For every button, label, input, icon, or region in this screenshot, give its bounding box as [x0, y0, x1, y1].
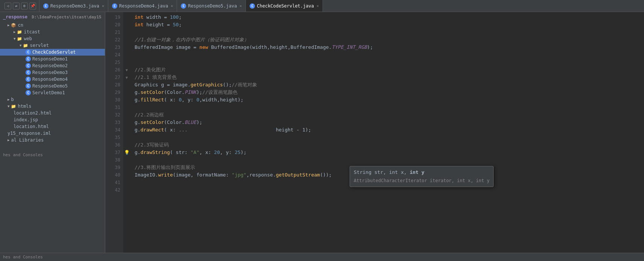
code-line-33: g. setColor (Color. BLUE ); — [135, 119, 644, 126]
item-label: y15_response.iml — [8, 131, 51, 136]
package-icon: 📦 — [11, 23, 16, 28]
lightbulb-icon[interactable]: 💡 — [124, 150, 130, 155]
project-name: _response — [3, 14, 27, 20]
line-num-37: 37 — [105, 149, 120, 156]
nav-split-icon[interactable]: ⇄ — [13, 3, 20, 9]
code-line-36: //2.3写验证码 — [135, 141, 644, 149]
item-label: web — [24, 36, 32, 41]
sidebar-item-responsedemo3[interactable]: C ResponseDemo3 — [0, 69, 105, 76]
line-num-35: 35 — [105, 134, 120, 141]
project-header: _response D:\IdeaProjects\itcast\day15 — [0, 12, 105, 22]
c-class-icon: C — [112, 3, 117, 9]
tab-responsedemo3[interactable]: C ResponseDemo3.java ✕ — [39, 0, 108, 12]
gutter-26: ▼ — [123, 66, 130, 74]
code-line-34: g. drawRect ( x: ... height - 1); — [135, 126, 644, 134]
tab-close-icon[interactable]: ✕ — [171, 4, 173, 8]
sidebar-item-itcast[interactable]: ▶ 📁 itcast — [0, 29, 105, 35]
sidebar-item-responsedemo1[interactable]: C ResponseDemo1 — [0, 56, 105, 62]
code-line-23: BufferedImage image = new BufferedImage … — [135, 44, 644, 51]
gutter-19 — [123, 14, 130, 21]
line-num-28: 28 — [105, 81, 120, 89]
tab-checkcodeservlet[interactable]: C CheckCodeServlet.java ✕ — [246, 0, 323, 12]
code-line-26: //2.美化图片 — [135, 66, 644, 74]
item-label: b — [11, 97, 14, 102]
tab-bar-icons: ◁ ⇄ ⚙ 📌 — [2, 0, 39, 12]
code-line-25 — [135, 59, 644, 66]
c-class-icon: C — [43, 3, 48, 9]
line-num-30: 30 — [105, 96, 120, 104]
item-label: htmls — [18, 104, 31, 109]
code-line-20: int height = 50; — [135, 21, 644, 29]
fold-icon-27[interactable]: ▼ — [126, 75, 128, 80]
sidebar-item-servletdemo1[interactable]: C ServletDemo1 — [0, 89, 105, 96]
code-editor[interactable]: int width = 100; int height = 50; //1.创建… — [132, 12, 644, 253]
code-line-37: g. drawString ( str: "A" , x: 20 , y: 25… — [135, 149, 644, 156]
sidebar-item-web[interactable]: ▼ 📁 web — [0, 35, 105, 42]
bottom-section-label: hes and Consoles — [0, 151, 105, 159]
sidebar-item-iml[interactable]: y15_response.iml — [0, 130, 105, 137]
gutter-25 — [123, 59, 130, 66]
tooltip-main-text: String str, int x, int y — [354, 169, 489, 176]
fold-icon-26[interactable]: ▼ — [126, 68, 128, 72]
line-num-26: 26 — [105, 66, 120, 74]
line-numbers: 19 20 21 22 23 24 25 26 27 28 29 30 31 3… — [105, 12, 123, 253]
line-num-31: 31 — [105, 104, 120, 111]
sidebar-item-libraries[interactable]: ▶ al Libraries — [0, 137, 105, 143]
expand-icon: ▼ — [20, 44, 21, 47]
item-label: CheckCodeServlet — [32, 50, 76, 55]
code-line-38 — [135, 156, 644, 164]
item-label: location.html — [14, 124, 49, 129]
sidebar-item-checkcodeservlet[interactable]: C CheckCodeServlet — [0, 49, 105, 56]
gutter-28 — [123, 81, 130, 89]
code-line-27: //2.1 填充背景色 — [135, 74, 644, 81]
gutter: ▼ ▼ 💡 — [123, 12, 132, 253]
tab-responsedemo4[interactable]: C ResponseDemo4.java ✕ — [108, 0, 177, 12]
sidebar-item-locationhtml[interactable]: location.html — [0, 123, 105, 130]
tab-close-icon[interactable]: ✕ — [102, 4, 104, 8]
sidebar-item-responsedemo5[interactable]: C ResponseDemo5 — [0, 83, 105, 89]
class-icon: C — [26, 77, 31, 82]
class-icon: C — [26, 83, 31, 89]
item-label: cn — [18, 23, 23, 28]
sidebar-item-indexjsp[interactable]: index.jsp — [0, 116, 105, 123]
gutter-41 — [123, 179, 130, 186]
gutter-32 — [123, 111, 130, 119]
item-label: ResponseDemo3 — [32, 70, 68, 75]
sidebar-item-cn[interactable]: ▶ 📦 cn — [0, 22, 105, 29]
tab-bar: ◁ ⇄ ⚙ 📌 C ResponseDemo3.java ✕ C Respons… — [0, 0, 644, 12]
settings-icon[interactable]: ⚙ — [21, 3, 28, 9]
item-label: ResponseDemo1 — [32, 56, 68, 62]
tab-close-icon[interactable]: ✕ — [239, 4, 242, 8]
class-icon: C — [26, 70, 31, 75]
sidebar-item-b[interactable]: ▶ b — [0, 96, 105, 103]
line-num-19: 19 — [105, 14, 120, 21]
gutter-21 — [123, 29, 130, 36]
line-num-39: 39 — [105, 164, 120, 171]
line-num-38: 38 — [105, 156, 120, 164]
main-layout: _response D:\IdeaProjects\itcast\day15 ▶… — [0, 12, 644, 253]
line-num-41: 41 — [105, 179, 120, 186]
pin-icon[interactable]: 📌 — [29, 3, 36, 9]
code-line-19: int width = 100; — [135, 14, 644, 21]
line-num-20: 20 — [105, 21, 120, 29]
tab-label: ResponseDemo5.java — [188, 3, 237, 9]
tab-close-icon[interactable]: ✕ — [317, 4, 319, 8]
line-num-34: 34 — [105, 126, 120, 134]
project-path: D:\IdeaProjects\itcast\day15 — [32, 15, 101, 20]
sidebar-item-servlet[interactable]: ▼ 📁 servlet — [0, 42, 105, 49]
item-label: ResponseDemo5 — [32, 83, 68, 89]
folder-icon: 📁 — [17, 30, 22, 35]
sidebar-item-responsedemo2[interactable]: C ResponseDemo2 — [0, 62, 105, 69]
expand-icon: ▶ — [14, 30, 15, 34]
sidebar-item-htmls[interactable]: ▼ 📁 htmls — [0, 103, 105, 110]
code-line-31 — [135, 104, 644, 111]
gutter-38 — [123, 156, 130, 164]
item-label: index.jsp — [14, 117, 38, 122]
line-num-29: 29 — [105, 89, 120, 96]
sidebar-item-responsedemo4[interactable]: C ResponseDemo4 — [0, 76, 105, 83]
gutter-20 — [123, 21, 130, 29]
sidebar-item-location2html[interactable]: location2.html — [0, 110, 105, 116]
line-num-42: 42 — [105, 186, 120, 194]
nav-back-icon[interactable]: ◁ — [5, 3, 11, 9]
tab-responsedemo5[interactable]: C ResponseDemo5.java ✕ — [177, 0, 246, 12]
